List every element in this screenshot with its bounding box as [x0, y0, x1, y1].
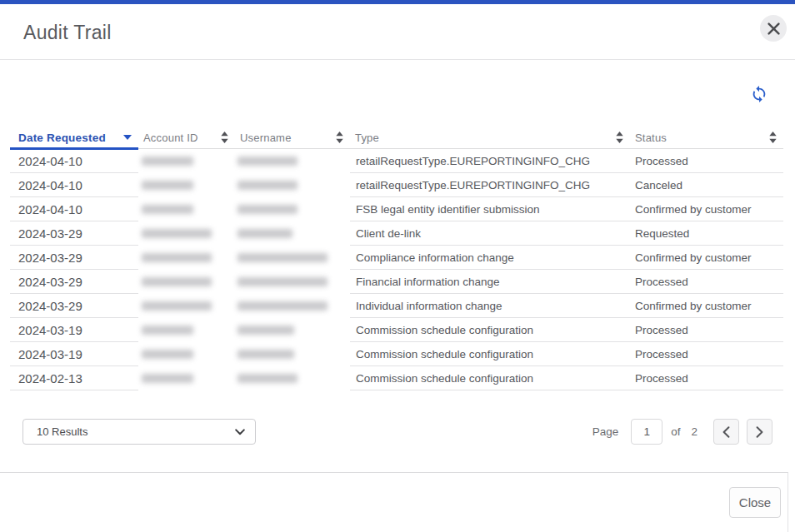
cell-username	[235, 294, 350, 318]
close-icon	[768, 22, 780, 35]
account-redacted-blur	[142, 350, 193, 359]
column-header-date-requested[interactable]: Date Requested	[10, 127, 138, 148]
cell-type: retailRequestType.EUREPORTINGINFO_CHG	[350, 173, 630, 197]
modal-close-button[interactable]	[760, 15, 787, 42]
chevron-down-icon	[235, 429, 245, 435]
sort-both-icon	[221, 132, 228, 143]
results-per-page-select[interactable]: 10 Results	[22, 419, 256, 445]
username-redacted-blur	[238, 229, 292, 238]
cell-type: Compliance information change	[350, 246, 630, 270]
column-header-username[interactable]: Username	[235, 127, 350, 148]
cell-date: 2024-03-29	[10, 221, 138, 246]
cell-status: Processed	[630, 270, 783, 294]
cell-date: 2024-03-29	[10, 270, 138, 294]
cell-status: Processed	[630, 366, 783, 390]
column-label: Type	[355, 132, 379, 144]
column-header-type[interactable]: Type	[350, 127, 630, 148]
sort-both-icon	[769, 132, 777, 143]
account-redacted-blur	[142, 253, 212, 262]
username-redacted-blur	[238, 205, 298, 214]
table-header-row: Date Requested Account ID Username Type …	[10, 127, 783, 149]
pagination: Page of 2	[592, 419, 772, 445]
username-redacted-blur	[238, 301, 328, 311]
cell-username	[235, 366, 350, 390]
table-row: 2024-03-19 Commission schedule configura…	[10, 318, 783, 342]
cell-account-id	[138, 221, 235, 246]
cell-status: Processed	[630, 318, 783, 342]
account-redacted-blur	[142, 181, 193, 190]
table-row: 2024-04-10 retailRequestType.EUREPORTING…	[10, 173, 783, 197]
cell-account-id	[138, 246, 235, 270]
table-row: 2024-03-29 Individual information change…	[10, 294, 783, 318]
next-page-button[interactable]	[747, 419, 772, 445]
account-redacted-blur	[142, 374, 193, 383]
table-row: 2024-02-13 Commission schedule configura…	[10, 366, 783, 390]
cell-type: Commission schedule configuration	[350, 318, 630, 342]
cell-status: Confirmed by customer	[630, 197, 783, 221]
cell-status: Confirmed by customer	[630, 246, 783, 270]
cell-username	[235, 246, 350, 270]
sort-desc-icon	[123, 135, 132, 140]
cell-type: Financial information change	[350, 270, 630, 294]
column-header-account-id[interactable]: Account ID	[138, 127, 235, 148]
table-body: 2024-04-10 retailRequestType.EUREPORTING…	[10, 149, 783, 390]
username-redacted-blur	[238, 350, 294, 359]
previous-page-button[interactable]	[713, 419, 739, 445]
table-row: 2024-04-10 FSB legal entity identifier s…	[10, 197, 783, 221]
cell-account-id	[138, 270, 235, 294]
column-label: Date Requested	[18, 132, 106, 144]
chevron-left-icon	[722, 426, 730, 438]
cell-username	[235, 149, 350, 173]
modal-title: Audit Trail	[23, 22, 112, 44]
close-button[interactable]: Close	[729, 487, 781, 518]
sort-both-icon	[336, 132, 343, 143]
total-pages: 2	[691, 425, 698, 438]
column-label: Username	[240, 132, 292, 144]
column-label: Status	[635, 132, 667, 144]
cell-date: 2024-04-10	[10, 197, 138, 221]
chevron-right-icon	[756, 426, 763, 438]
column-header-status[interactable]: Status	[630, 127, 783, 148]
cell-status: Confirmed by customer	[630, 294, 783, 318]
account-redacted-blur	[142, 326, 193, 335]
table-row: 2024-03-29 Compliance information change…	[10, 246, 783, 270]
cell-date: 2024-03-29	[10, 246, 138, 270]
username-redacted-blur	[238, 326, 294, 335]
cell-username	[235, 197, 350, 221]
cell-type: retailRequestType.EUREPORTINGINFO_CHG	[350, 149, 630, 173]
cell-type: Commission schedule configuration	[350, 366, 630, 390]
refresh-button[interactable]	[747, 82, 772, 107]
username-redacted-blur	[238, 374, 298, 383]
username-redacted-blur	[238, 253, 328, 262]
results-select-value: 10 Results	[37, 425, 88, 438]
cell-username	[235, 221, 350, 246]
modal-footer: Close	[0, 472, 788, 532]
cell-status: Processed	[630, 342, 783, 366]
cell-account-id	[138, 366, 235, 390]
cell-account-id	[138, 318, 235, 342]
cell-date: 2024-02-13	[10, 366, 138, 390]
cell-status: Canceled	[630, 173, 783, 197]
of-label: of	[671, 425, 680, 438]
username-redacted-blur	[238, 181, 298, 190]
account-redacted-blur	[142, 157, 193, 166]
cell-account-id	[138, 294, 235, 318]
cell-date: 2024-03-19	[10, 342, 138, 366]
cell-date: 2024-03-29	[10, 294, 138, 318]
cell-date: 2024-04-10	[10, 173, 138, 197]
account-redacted-blur	[142, 277, 212, 286]
page-number-input[interactable]	[631, 419, 662, 445]
sort-both-icon	[616, 132, 623, 143]
table-row: 2024-03-29 Financial information change …	[10, 270, 783, 294]
cell-type: Commission schedule configuration	[350, 342, 630, 366]
table-row: 2024-04-10 retailRequestType.EUREPORTING…	[10, 149, 783, 173]
cell-username	[235, 173, 350, 197]
username-redacted-blur	[238, 277, 328, 286]
page-label: Page	[592, 425, 619, 438]
cell-username	[235, 342, 350, 366]
table-row: 2024-03-19 Commission schedule configura…	[10, 342, 783, 366]
cell-date: 2024-04-10	[10, 149, 138, 173]
account-redacted-blur	[142, 301, 212, 311]
cell-username	[235, 318, 350, 342]
cell-status: Processed	[630, 149, 783, 173]
